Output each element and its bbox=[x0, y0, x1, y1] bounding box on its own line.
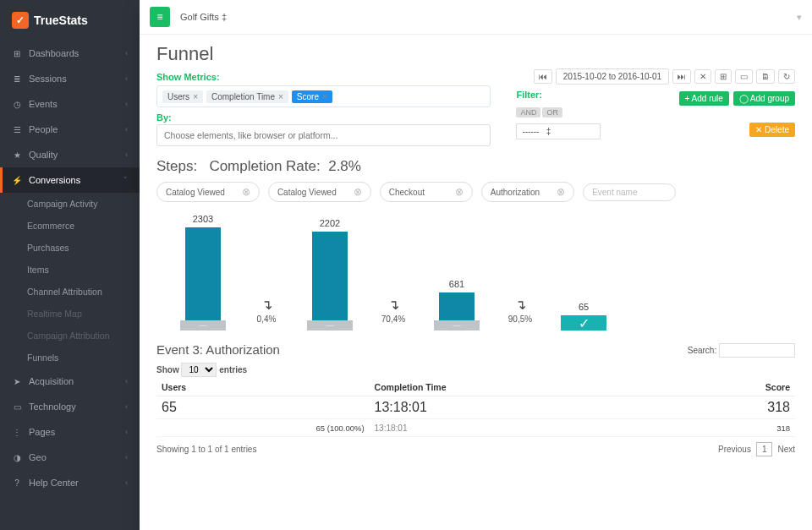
toolbar-btn-2[interactable]: ⊞ bbox=[715, 69, 732, 84]
nav-icon: ≣ bbox=[12, 74, 22, 84]
menu-toggle-button[interactable]: ≡ bbox=[150, 7, 170, 27]
score-meta: 318 bbox=[668, 419, 795, 437]
sidebar-item-geo[interactable]: ◑Geo‹ bbox=[0, 445, 140, 470]
table-info: Showing 1 to 1 of 1 entries bbox=[156, 445, 256, 454]
sidebar-item-technology[interactable]: ▭Technology‹ bbox=[0, 394, 140, 419]
sidebar-item-acquisition[interactable]: ➤Acquisition‹ bbox=[0, 369, 140, 394]
toolbar-btn-4[interactable]: 🗎 bbox=[756, 69, 775, 84]
chevron-icon: ˅ bbox=[123, 176, 128, 184]
funnel-bar: 2303— bbox=[165, 214, 241, 331]
remove-step-icon[interactable]: ⊗ bbox=[455, 186, 464, 198]
toolbar-btn-3[interactable]: ▭ bbox=[735, 69, 753, 84]
logic-or[interactable]: OR bbox=[542, 107, 562, 117]
step-pill[interactable]: Catalog Viewed⊗ bbox=[156, 182, 260, 202]
step-pill-add[interactable]: Event name bbox=[583, 183, 676, 201]
project-select[interactable]: Golf Gifts ‡ bbox=[180, 12, 227, 22]
sidebar: ✓ TrueStats ⊞Dashboards‹≣Sessions‹◷Event… bbox=[0, 0, 140, 530]
step-pill[interactable]: Authorization⊗ bbox=[481, 182, 574, 202]
logic-and[interactable]: AND bbox=[516, 107, 540, 117]
sidebar-item-sessions[interactable]: ≣Sessions‹ bbox=[0, 66, 140, 91]
steps-header: Steps: Completion Rate: 2.8% bbox=[156, 158, 795, 175]
pagination: Previous 1 Next bbox=[718, 442, 795, 456]
page-title: Funnel bbox=[156, 43, 795, 65]
remove-step-icon[interactable]: ⊗ bbox=[242, 186, 250, 198]
sidebar-subitem-campaign-attribution[interactable]: Campaign Attribution bbox=[0, 325, 140, 347]
sidebar-item-conversions[interactable]: ⚡Conversions˅ bbox=[0, 167, 140, 193]
table-row: 65 13:18:01 318 bbox=[156, 396, 795, 419]
previous-button[interactable]: Previous bbox=[718, 445, 751, 454]
step-pill[interactable]: Checkout⊗ bbox=[380, 182, 473, 202]
remove-tag-icon[interactable]: × bbox=[322, 92, 327, 101]
metric-tag-score[interactable]: Score × bbox=[292, 90, 332, 103]
funnel-bar: 2202— bbox=[292, 218, 368, 331]
daterange-first-button[interactable]: ⏮ bbox=[534, 69, 552, 84]
toolbar-refresh-button[interactable]: ↻ bbox=[778, 69, 795, 84]
sidebar-subitem-items[interactable]: Items bbox=[0, 259, 140, 281]
table-footer: Showing 1 to 1 of 1 entries Previous 1 N… bbox=[156, 442, 795, 456]
add-rule-button[interactable]: + Add rule bbox=[679, 91, 729, 106]
col-users[interactable]: Users bbox=[156, 379, 370, 396]
search-input[interactable] bbox=[719, 343, 795, 358]
nav-icon: ⋮ bbox=[12, 428, 22, 437]
chevron-icon: ‹ bbox=[125, 100, 128, 108]
nav-label: People bbox=[29, 124, 125, 134]
sidebar-item-dashboards[interactable]: ⊞Dashboards‹ bbox=[0, 41, 140, 66]
nav-icon: ◷ bbox=[12, 100, 22, 109]
filter-field-select[interactable]: ------ ‡ bbox=[516, 123, 601, 139]
add-group-button[interactable]: ◯ Add group bbox=[733, 91, 795, 106]
remove-step-icon[interactable]: ⊗ bbox=[354, 186, 362, 198]
remove-tag-icon[interactable]: × bbox=[278, 92, 283, 101]
metric-tag-completion-time[interactable]: Completion Time × bbox=[206, 90, 288, 103]
nav-label: Pages bbox=[29, 427, 125, 437]
col-score[interactable]: Score bbox=[668, 379, 795, 396]
nav-label: Acquisition bbox=[29, 376, 125, 386]
chevron-icon: ‹ bbox=[125, 74, 128, 83]
metrics-input[interactable]: Users ×Completion Time ×Score × bbox=[156, 85, 491, 107]
chevron-icon: ‹ bbox=[125, 428, 128, 436]
by-label: By: bbox=[156, 112, 491, 123]
step-pill[interactable]: Catalog Viewed⊗ bbox=[268, 182, 371, 202]
sidebar-subitem-channel-attribution[interactable]: Channel Attribution bbox=[0, 281, 140, 303]
metric-tag-users[interactable]: Users × bbox=[162, 90, 203, 103]
delete-filter-button[interactable]: ✕ Delete bbox=[749, 123, 795, 137]
sidebar-subitem-realtime-map[interactable]: Realtime Map bbox=[0, 303, 140, 325]
chevron-icon: ‹ bbox=[125, 402, 128, 411]
funnel-chart: 2303—↴0,4%2202—↴70,4%681—↴90,5%65✓ bbox=[156, 212, 795, 331]
drop-arrow: ↴90,5% bbox=[503, 297, 537, 331]
remove-step-icon[interactable]: ⊗ bbox=[557, 186, 565, 198]
daterange-last-button[interactable]: ⏭ bbox=[672, 69, 691, 84]
toolbar-btn-1[interactable]: ✕ bbox=[694, 69, 711, 84]
nav-label: Dashboards bbox=[29, 48, 125, 58]
sidebar-item-events[interactable]: ◷Events‹ bbox=[0, 91, 140, 117]
nav-label: Technology bbox=[29, 402, 125, 412]
daterange-input[interactable]: 2015-10-02 to 2016-10-01 bbox=[556, 68, 669, 85]
sidebar-subitem-ecommerce[interactable]: Ecommerce bbox=[0, 215, 140, 237]
user-menu[interactable]: ▾ bbox=[797, 12, 802, 23]
sidebar-item-help-center[interactable]: ?Help Center‹ bbox=[0, 470, 140, 495]
by-input[interactable] bbox=[156, 124, 491, 146]
nav-icon: ◑ bbox=[12, 453, 22, 462]
next-button[interactable]: Next bbox=[777, 445, 795, 454]
filter-logic[interactable]: ANDOR bbox=[516, 107, 564, 117]
drop-arrow: ↴0,4% bbox=[250, 297, 283, 331]
filter-area: Filter: + Add rule ◯ Add group ANDOR ---… bbox=[516, 90, 795, 139]
col-completion-time[interactable]: Completion Time bbox=[370, 379, 668, 396]
content-area: Funnel Show Metrics: Users ×Completion T… bbox=[140, 35, 812, 530]
completion-time-meta: 13:18:01 bbox=[375, 423, 408, 433]
nav-icon: ☰ bbox=[12, 125, 22, 134]
page-size-select[interactable]: 10 bbox=[181, 363, 217, 377]
sidebar-subitem-campaign-activity[interactable]: Campaign Activity bbox=[0, 193, 140, 215]
score-value: 318 bbox=[673, 400, 790, 415]
sidebar-item-pages[interactable]: ⋮Pages‹ bbox=[0, 419, 140, 445]
sidebar-item-quality[interactable]: ★Quality‹ bbox=[0, 142, 140, 167]
sidebar-item-people[interactable]: ☰People‹ bbox=[0, 117, 140, 142]
remove-tag-icon[interactable]: × bbox=[193, 92, 198, 101]
sidebar-subitem-funnels[interactable]: Funnels bbox=[0, 347, 140, 369]
nav-icon: ➤ bbox=[12, 377, 22, 386]
page-1-button[interactable]: 1 bbox=[756, 442, 773, 456]
sidebar-subitem-purchases[interactable]: Purchases bbox=[0, 237, 140, 259]
nav-label: Help Center bbox=[29, 478, 125, 488]
brand-logo: ✓ TrueStats bbox=[0, 0, 140, 41]
chevron-icon: ‹ bbox=[125, 453, 128, 462]
nav-label: Events bbox=[29, 99, 125, 109]
